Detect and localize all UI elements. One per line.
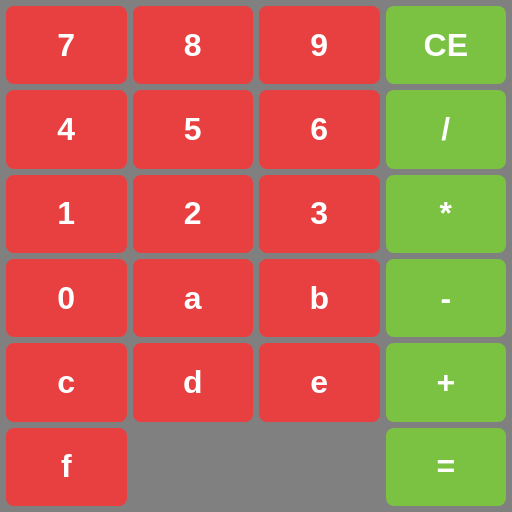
btn-equals[interactable]: = (386, 428, 507, 506)
btn-6[interactable]: 6 (259, 90, 380, 168)
btn-d[interactable]: d (133, 343, 254, 421)
btn-e[interactable]: e (259, 343, 380, 421)
btn-multiply[interactable]: * (386, 175, 507, 253)
btn-add[interactable]: + (386, 343, 507, 421)
btn-c[interactable]: c (6, 343, 127, 421)
btn-0[interactable]: 0 (6, 259, 127, 337)
btn-empty-1 (133, 428, 254, 506)
btn-2[interactable]: 2 (133, 175, 254, 253)
btn-1[interactable]: 1 (6, 175, 127, 253)
btn-f[interactable]: f (6, 428, 127, 506)
calculator: 789CE456/123*0ab-cde+f= (0, 0, 512, 512)
btn-empty-2 (259, 428, 380, 506)
btn-ce[interactable]: CE (386, 6, 507, 84)
btn-4[interactable]: 4 (6, 90, 127, 168)
btn-a[interactable]: a (133, 259, 254, 337)
btn-5[interactable]: 5 (133, 90, 254, 168)
btn-subtract[interactable]: - (386, 259, 507, 337)
btn-b[interactable]: b (259, 259, 380, 337)
btn-7[interactable]: 7 (6, 6, 127, 84)
btn-8[interactable]: 8 (133, 6, 254, 84)
btn-9[interactable]: 9 (259, 6, 380, 84)
btn-3[interactable]: 3 (259, 175, 380, 253)
btn-divide[interactable]: / (386, 90, 507, 168)
